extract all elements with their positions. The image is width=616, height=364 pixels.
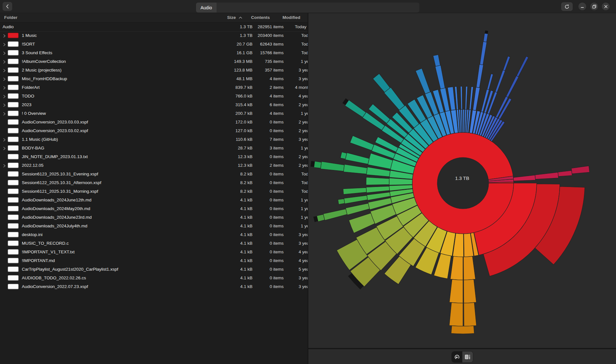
chart-segment[interactable] <box>433 55 440 66</box>
chart-segment[interactable] <box>435 65 445 89</box>
chart-segment[interactable] <box>314 161 321 168</box>
table-row[interactable]: 2022.12.0512.3 kB2 items2 years <box>0 161 308 170</box>
chart-segment[interactable] <box>340 152 347 159</box>
table-row[interactable]: !AlbumCoverCollection149.3 MB735 items1 … <box>0 57 308 66</box>
chart-segment[interactable] <box>571 166 590 174</box>
chart-segment[interactable] <box>311 161 315 167</box>
table-row[interactable]: desktop.ini4.1 kB0 items3 years <box>0 231 308 239</box>
table-row[interactable]: AudioConversion_2022.07.23.xspf4.1 kB0 i… <box>0 283 308 291</box>
expander-chevron-icon[interactable] <box>2 77 6 81</box>
chart-segment[interactable] <box>558 171 572 176</box>
path-segment-audio[interactable]: Audio <box>196 3 217 13</box>
chart-segment[interactable] <box>487 74 493 90</box>
rings-chart[interactable] <box>308 13 616 348</box>
expander-chevron-icon[interactable] <box>2 146 6 151</box>
chart-segment[interactable] <box>463 109 465 132</box>
chart-segment[interactable] <box>317 214 325 222</box>
close-button[interactable] <box>602 3 610 10</box>
chart-segment[interactable] <box>451 326 474 334</box>
chart-segment[interactable] <box>345 153 369 164</box>
chart-segment[interactable] <box>450 256 463 280</box>
back-button[interactable] <box>3 2 12 11</box>
table-row[interactable]: !SORT20.7 GB62643 itemsToday <box>0 40 308 49</box>
table-row[interactable]: AudioConversion_2023.03.02.xspf127.0 kB0… <box>0 127 308 135</box>
expander-chevron-icon[interactable] <box>2 94 6 99</box>
table-row[interactable]: CarTripPlaylist_August21st2020_CarPlayli… <box>0 265 308 274</box>
chart-segment[interactable] <box>449 302 463 326</box>
treemap-view-button[interactable] <box>462 351 473 362</box>
expander-chevron-icon[interactable] <box>2 34 6 38</box>
column-folder[interactable]: Folder <box>4 15 17 20</box>
chart-segment[interactable] <box>535 172 559 179</box>
table-row[interactable]: 1.1 Music (GitHub)110.6 kB7 items3 years <box>0 135 308 144</box>
chart-segment[interactable] <box>449 279 463 303</box>
table-row[interactable]: 1 Music1.3 TB203400 itemsToday <box>0 31 308 40</box>
table-row[interactable]: JIN_NOTE_DUMP_2023.01.13.txt12.3 kB0 ite… <box>0 153 308 161</box>
table-row[interactable]: AudioDownloads_2024June12th.md4.1 kB0 it… <box>0 196 308 205</box>
expander-chevron-icon[interactable] <box>2 112 6 116</box>
expander-chevron-icon[interactable] <box>2 86 6 90</box>
chart-segment[interactable] <box>415 68 430 94</box>
table-row[interactable]: 2 Music (projectless)123.8 MB357 items3 … <box>0 66 308 75</box>
chart-segment[interactable] <box>350 136 374 150</box>
column-size[interactable]: Size <box>227 15 236 20</box>
chart-segment[interactable] <box>366 177 389 185</box>
expander-chevron-icon[interactable] <box>2 51 6 55</box>
chart-segment[interactable] <box>480 41 487 65</box>
table-row[interactable]: BODY-BAG28.7 kB3 items1 year <box>0 144 308 153</box>
chart-segment[interactable] <box>344 195 367 204</box>
minimize-button[interactable] <box>578 3 586 10</box>
chart-segment[interactable] <box>460 86 462 109</box>
table-row[interactable]: Session6123_2025.10.31_Evening.xspf8.2 k… <box>0 170 308 179</box>
column-contents[interactable]: Contents <box>251 15 270 20</box>
chart-segment[interactable] <box>476 64 483 88</box>
table-row[interactable]: ! 0 Overview200.7 kB4 items1 year <box>0 109 308 118</box>
table-row[interactable]: Misc_FromHDDBackup48.1 MB4 items3 years <box>0 75 308 83</box>
expander-chevron-icon[interactable] <box>2 68 6 73</box>
chart-segment[interactable] <box>345 100 366 117</box>
table-row[interactable]: 2023315.4 kB6 items2 years <box>0 101 308 109</box>
table-row[interactable]: AudioDownloads_2024July4th.md4.1 kB0 ite… <box>0 222 308 231</box>
expander-chevron-icon[interactable] <box>2 164 6 168</box>
chart-segment[interactable] <box>323 209 347 220</box>
chart-segment[interactable] <box>485 30 488 34</box>
chart-segment[interactable] <box>464 256 475 280</box>
table-row[interactable]: AudioDownloads_2024June23rd.md4.1 kB0 it… <box>0 213 308 222</box>
expander-chevron-icon[interactable] <box>2 42 6 47</box>
table-row[interactable]: AudioDownloads_2024May20th.md4.1 kB0 ite… <box>0 205 308 213</box>
chart-segment[interactable] <box>346 203 370 215</box>
table-row[interactable]: TODO766.0 kB4 items4 years <box>0 92 308 101</box>
expander-chevron-icon[interactable] <box>2 103 6 107</box>
chart-segment[interactable] <box>469 87 473 110</box>
chart-segment[interactable] <box>473 87 480 111</box>
column-modified[interactable]: Modified <box>283 15 301 20</box>
rings-view-button[interactable] <box>452 351 462 362</box>
chart-segment[interactable] <box>338 199 345 204</box>
chart-segment[interactable] <box>517 56 528 77</box>
chart-segment[interactable] <box>384 87 405 110</box>
chart-segment[interactable] <box>464 302 476 326</box>
chart-segment[interactable] <box>455 87 458 110</box>
chart-segment[interactable] <box>506 76 519 97</box>
table-row[interactable]: !IMPORTANT_V1_TEXT.txt4.1 kB0 items4 yea… <box>0 248 308 257</box>
chart-segment[interactable] <box>503 56 510 71</box>
chart-segment[interactable] <box>344 164 367 174</box>
table-row[interactable]: MUSIC_TO_RECORD.c4.1 kB0 items3 years <box>0 239 308 248</box>
expander-chevron-icon[interactable] <box>2 60 6 64</box>
table-row[interactable]: FolderArt839.7 kB2 items4 months <box>0 83 308 92</box>
chart-segment[interactable] <box>495 70 505 92</box>
chart-segment[interactable] <box>513 175 535 181</box>
table-row[interactable]: AUDIODB_TODO_2022.02.26.cs4.1 kB0 items3… <box>0 274 308 283</box>
chart-segment[interactable] <box>373 73 390 92</box>
chart-segment[interactable] <box>321 162 344 171</box>
maximize-restore-button[interactable] <box>590 3 598 10</box>
table-row[interactable]: AudioConversion_2023.03.03.xspf172.0 kB0… <box>0 118 308 127</box>
chart-segment[interactable] <box>366 186 389 193</box>
table-row[interactable]: !IMPORTANT.md4.1 kB0 items4 years <box>0 257 308 265</box>
refresh-button[interactable] <box>561 2 573 11</box>
chart-segment[interactable] <box>343 188 366 194</box>
table-row[interactable]: Session6121_2025.10.31_Morning.xspf8.2 k… <box>0 187 308 196</box>
table-row-root[interactable]: Audio 1.3 TB 282951 items Today <box>0 23 308 32</box>
chart-segment[interactable] <box>464 279 476 303</box>
table-row[interactable]: Session6122_2025.10.31_Afternoon.xspf8.2… <box>0 179 308 187</box>
